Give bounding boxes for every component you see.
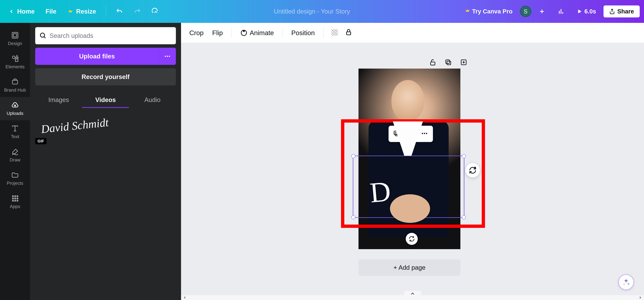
flip-button[interactable]: Flip [211,27,224,38]
animate-button[interactable]: Animate [239,27,275,38]
rail-elements-label: Elements [6,64,24,69]
duration-label: 6.0s [584,8,596,15]
canvas-inner: D + Add page [181,43,644,300]
try-pro-button[interactable]: Try Canva Pro [460,5,517,17]
search-icon [39,32,46,40]
uploads-icon [11,101,19,109]
rail-design[interactable]: Design [0,27,30,50]
animate-label: Animate [250,29,274,37]
topbar-left: Home File Resize [4,5,164,18]
home-label: Home [17,8,35,15]
record-label: Record yourself [82,73,130,80]
draw-icon [11,148,19,156]
ai-suggest-button[interactable] [466,163,480,177]
redo-button[interactable] [130,5,145,17]
insights-button[interactable] [553,5,569,17]
avatar-initial: S [524,8,528,15]
more-icon[interactable] [421,130,428,138]
resize-handle-tr[interactable] [462,154,466,158]
file-menu[interactable]: File [42,5,60,17]
svg-line-26 [44,37,46,38]
avatar[interactable]: S [520,6,531,17]
svg-rect-7 [12,32,18,38]
svg-rect-36 [430,62,435,65]
rail-draw[interactable]: Draw [0,144,30,167]
scroll-right-icon[interactable] [638,295,643,300]
signature-element[interactable]: D [369,180,392,204]
share-button[interactable]: Share [604,5,640,17]
svg-marker-53 [184,296,185,299]
svg-rect-23 [14,200,16,201]
add-member-button[interactable] [534,5,550,17]
svg-rect-19 [12,198,14,199]
share-label: Share [617,8,634,15]
svg-point-31 [243,30,244,31]
svg-point-48 [426,133,427,134]
upload-more-button[interactable] [159,48,176,65]
resize-label: Resize [76,8,96,15]
search-input[interactable] [50,32,172,39]
position-button[interactable]: Position [290,27,316,38]
text-icon [11,124,19,133]
resize-button[interactable]: Resize [63,5,100,17]
lock-icon[interactable] [345,28,354,37]
scroll-left-icon[interactable] [182,295,188,300]
svg-rect-16 [12,195,14,197]
rail-text[interactable]: Text [0,120,30,144]
svg-point-50 [475,167,476,168]
rail-elements[interactable]: Elements [0,50,30,74]
rail-brand-hub[interactable]: Brand Hub [0,74,30,97]
rail-apps[interactable]: Apps [0,190,30,213]
duplicate-page-icon[interactable] [444,59,453,67]
tab-images[interactable]: Images [35,93,82,108]
upload-files-button[interactable]: Upload files [35,48,159,65]
unlock-page-icon[interactable] [429,59,437,67]
upload-item-signature[interactable]: David Schmidt GIF [35,119,176,144]
design-icon [11,31,19,39]
undo-button[interactable] [112,5,127,17]
svg-rect-10 [15,59,18,61]
svg-point-27 [165,56,166,57]
record-yourself-button[interactable]: Record yourself [35,68,176,85]
separator [232,28,232,38]
resize-handle-tl[interactable] [351,154,355,158]
rail-projects[interactable]: Projects [0,167,30,190]
add-page-button[interactable]: + Add page [358,259,460,276]
svg-point-47 [424,133,425,134]
top-bar: Home File Resize Untitled design - Your … [0,0,644,23]
rail-projects-label: Projects [7,180,23,186]
svg-rect-8 [14,34,17,37]
magic-assistant-button[interactable] [618,274,634,290]
svg-rect-17 [14,195,16,197]
rail-uploads[interactable]: Uploads [0,97,30,120]
rotate-handle[interactable] [406,233,418,245]
svg-rect-38 [446,60,450,64]
home-button[interactable]: Home [4,5,39,17]
document-title[interactable]: Untitled design - Your Story [164,8,460,15]
tab-videos[interactable]: Videos [82,93,129,108]
crop-button[interactable]: Crop [188,27,205,38]
transparency-icon[interactable] [331,28,339,37]
resize-handle-bl[interactable] [351,215,355,219]
svg-point-9 [12,56,15,59]
upload-row: Upload files [35,48,176,65]
svg-marker-5 [578,9,582,13]
tab-audio[interactable]: Audio [129,93,176,108]
uploads-grid: David Schmidt GIF [35,119,176,144]
chevron-left-icon [8,8,14,14]
rail-apps-label: Apps [10,204,20,209]
search-input-wrap[interactable] [35,27,176,44]
horizontal-scrollbar[interactable] [181,295,644,300]
svg-point-29 [169,56,170,57]
add-page-icon[interactable] [460,59,468,67]
svg-point-28 [167,56,168,57]
cloud-sync-icon[interactable] [148,5,164,18]
canvas-area[interactable]: D + Add page [181,43,644,300]
upload-files-label: Upload files [79,53,115,60]
svg-rect-35 [346,32,351,35]
svg-rect-21 [16,198,18,199]
topbar-right: Try Canva Pro S 6.0s Share [460,5,640,17]
resize-handle-br[interactable] [462,215,466,219]
svg-rect-12 [12,80,18,84]
play-button[interactable]: 6.0s [572,5,601,17]
